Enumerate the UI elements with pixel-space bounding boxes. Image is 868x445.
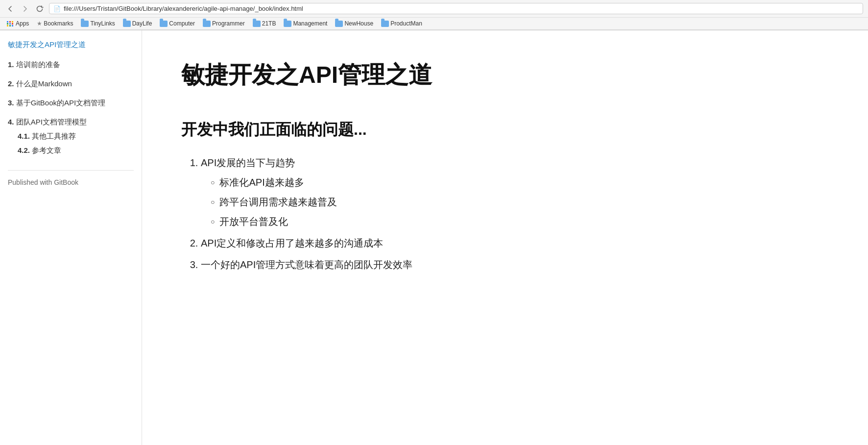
sub-list-item-2: 跨平台调用需求越来越普及	[211, 194, 829, 210]
bookmark-newhouse[interactable]: NewHouse	[332, 19, 376, 28]
list-item-3: 一个好的API管理方式意味着更高的团队开发效率	[201, 257, 829, 272]
bookmark-management[interactable]: Management	[281, 19, 330, 28]
apps-label: Apps	[16, 20, 29, 27]
toc-item-2: 2. 什么是Markdown	[8, 78, 134, 89]
bookmark-computer[interactable]: Computer	[157, 19, 198, 28]
toc-sub-num-42: 4.2.	[18, 146, 30, 154]
apps-grid-icon	[7, 21, 14, 26]
star-icon: ★	[37, 20, 42, 27]
refresh-button[interactable]	[34, 3, 45, 14]
toc-item-1: 1. 培训前的准备	[8, 59, 134, 70]
bookmark-label: ProductMan	[390, 20, 422, 27]
folder-icon	[81, 21, 89, 27]
toc-sub-link-42[interactable]: 4.2. 参考文章	[18, 146, 61, 154]
list-item-2-text: API定义和修改占用了越来越多的沟通成本	[201, 238, 383, 248]
sidebar-footer: Published with GitBook	[8, 170, 134, 186]
toc-item-3: 3. 基于GitBook的API文档管理	[8, 98, 134, 108]
list-item-2: API定义和修改占用了越来越多的沟通成本	[201, 235, 829, 251]
browser-chrome: 📄 file:///Users/Tristan/GitBook/Library/…	[0, 0, 868, 30]
main-title: 敏捷开发之API管理之道	[181, 60, 829, 90]
main-content: 敏捷开发之API管理之道 开发中我们正面临的问题... API发展的当下与趋势 …	[142, 30, 868, 445]
back-button[interactable]	[5, 3, 16, 14]
section-title: 开发中我们正面临的问题...	[181, 120, 829, 140]
bookmark-label: Programmer	[212, 20, 245, 27]
bookmark-tinylinks[interactable]: TinyLinks	[78, 19, 118, 28]
folder-icon	[160, 21, 168, 27]
sub-list-item-1: 标准化API越来越多	[211, 174, 829, 190]
toc-list: 1. 培训前的准备 2. 什么是Markdown 3. 基于GitBook的AP…	[8, 59, 134, 155]
sub-item-2-text: 跨平台调用需求越来越普及	[219, 194, 337, 210]
bookmark-label: Computer	[169, 20, 195, 27]
toc-link-4[interactable]: 4. 团队API文档管理模型	[8, 118, 87, 126]
toc-link-2[interactable]: 2. 什么是Markdown	[8, 79, 72, 88]
toc-num-2: 2.	[8, 79, 14, 88]
list-item-1-text: API发展的当下与趋势	[201, 157, 295, 168]
toc-label-1: 培训前的准备	[14, 60, 60, 69]
bookmark-label: Management	[293, 20, 327, 27]
address-bar[interactable]: 📄 file:///Users/Tristan/GitBook/Library/…	[49, 3, 863, 14]
sidebar-title[interactable]: 敏捷开发之API管理之道	[8, 40, 134, 49]
bookmarks-label-item[interactable]: ★ Bookmarks	[34, 19, 76, 28]
toc-num-1: 1.	[8, 60, 14, 69]
page-icon: 📄	[53, 5, 61, 12]
sub-list-item-3: 开放平台普及化	[211, 214, 829, 229]
folder-icon	[335, 21, 343, 27]
main-list: API发展的当下与趋势 标准化API越来越多 跨平台调用需求越来越普及 开放平台…	[201, 155, 829, 272]
browser-nav: 📄 file:///Users/Tristan/GitBook/Library/…	[0, 0, 868, 18]
bookmark-label: DayLife	[132, 20, 152, 27]
bookmark-productman[interactable]: ProductMan	[378, 19, 425, 28]
page-layout: 敏捷开发之API管理之道 1. 培训前的准备 2. 什么是Markdown 3.…	[0, 30, 868, 445]
forward-button[interactable]	[20, 3, 30, 14]
toc-link-3[interactable]: 3. 基于GitBook的API文档管理	[8, 99, 105, 107]
bookmarks-bar: Apps ★ Bookmarks TinyLinks DayLife Compu…	[0, 18, 868, 30]
toc-sub-list: 4.1. 其他工具推荐 4.2. 参考文章	[18, 132, 134, 155]
bookmarks-label: Bookmarks	[44, 20, 73, 27]
toc-sub-item-41: 4.1. 其他工具推荐	[18, 132, 134, 141]
bookmark-daylife[interactable]: DayLife	[120, 19, 155, 28]
folder-icon	[253, 21, 261, 27]
toc-item-4: 4. 团队API文档管理模型 4.1. 其他工具推荐 4.2. 参考文章	[8, 117, 134, 155]
toc-sub-label-42: 参考文章	[30, 146, 61, 154]
toc-label-2: 什么是Markdown	[14, 79, 72, 88]
toc-sub-label-41: 其他工具推荐	[30, 132, 76, 140]
bookmark-label: NewHouse	[344, 20, 373, 27]
list-item-3-text: 一个好的API管理方式意味着更高的团队开发效率	[201, 259, 412, 270]
toc-link-1[interactable]: 1. 培训前的准备	[8, 60, 60, 69]
toc-num-3: 3.	[8, 99, 14, 107]
bookmark-label: 21TB	[262, 20, 276, 27]
folder-icon	[284, 21, 291, 27]
folder-icon	[203, 21, 211, 27]
url-text: file:///Users/Tristan/GitBook/Library/al…	[64, 5, 303, 12]
folder-icon	[123, 21, 131, 27]
sub-item-3-text: 开放平台普及化	[219, 214, 288, 229]
sub-list-1: 标准化API越来越多 跨平台调用需求越来越普及 开放平台普及化	[211, 174, 829, 229]
bookmark-21tb[interactable]: 21TB	[250, 19, 279, 28]
toc-label-4: 团队API文档管理模型	[14, 118, 87, 126]
toc-label-3: 基于GitBook的API文档管理	[14, 99, 106, 107]
list-item-1: API发展的当下与趋势 标准化API越来越多 跨平台调用需求越来越普及 开放平台…	[201, 155, 829, 229]
bookmark-programmer[interactable]: Programmer	[200, 19, 248, 28]
sub-item-1-text: 标准化API越来越多	[219, 174, 304, 190]
toc-sub-link-41[interactable]: 4.1. 其他工具推荐	[18, 132, 76, 140]
toc-sub-item-42: 4.2. 参考文章	[18, 146, 134, 155]
bookmark-label: TinyLinks	[90, 20, 115, 27]
folder-icon	[381, 21, 389, 27]
toc-num-4: 4.	[8, 118, 14, 126]
sidebar: 敏捷开发之API管理之道 1. 培训前的准备 2. 什么是Markdown 3.…	[0, 30, 142, 445]
toc-sub-num-41: 4.1.	[18, 132, 30, 140]
apps-item[interactable]: Apps	[4, 19, 32, 28]
